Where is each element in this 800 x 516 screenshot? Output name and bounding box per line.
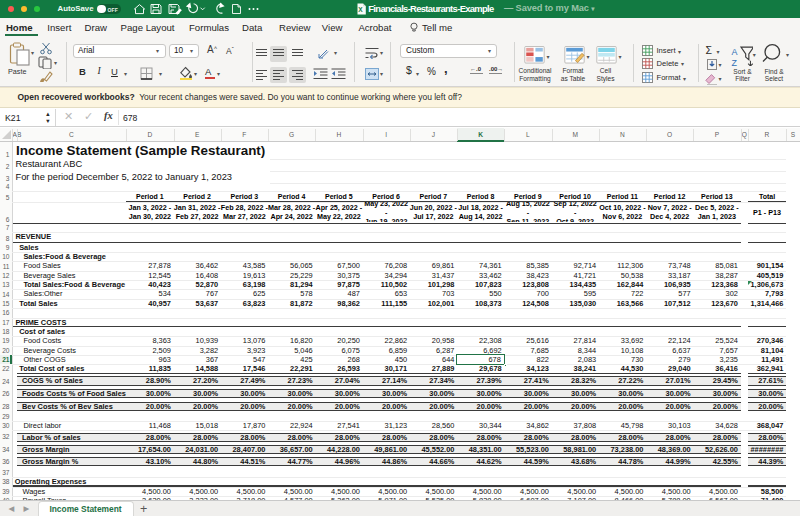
svg-text:A: A <box>731 46 737 56</box>
svg-text:Z: Z <box>731 58 737 66</box>
svg-text:X: X <box>358 6 363 13</box>
